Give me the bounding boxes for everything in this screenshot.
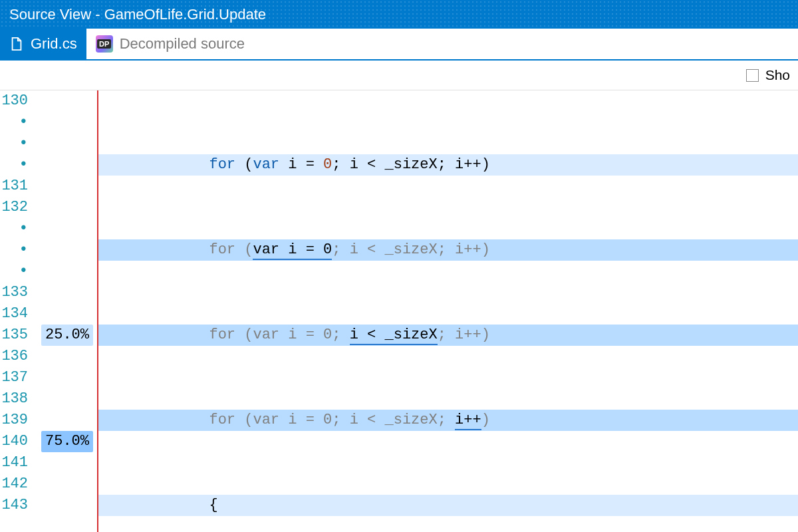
line-number: 132 [0, 197, 28, 218]
line-number: 137 [0, 367, 28, 388]
show-checkbox[interactable] [746, 69, 759, 82]
tab-label: Grid.cs [31, 35, 77, 53]
tab-grid-cs[interactable]: Grid.cs [0, 29, 86, 59]
code-row: for (var i = 0; i < _sizeX; i++) [98, 410, 798, 431]
titlebar: Source View - GameOfLife.Grid.Update [0, 0, 798, 29]
line-number-gutter: 130 • • • 131 132 • • • 133 134 135 136 … [0, 90, 31, 532]
line-number: • [0, 112, 28, 133]
code-lines[interactable]: for (var i = 0; i < _sizeX; i++) for (va… [97, 90, 798, 532]
line-number: • [0, 218, 28, 239]
window-title: Source View - GameOfLife.Grid.Update [9, 6, 266, 23]
line-number: 133 [0, 282, 28, 303]
show-label: Sho [765, 67, 790, 83]
line-number: 142 [0, 473, 28, 495]
tabstrip: Grid.cs DP Decompiled source [0, 29, 798, 61]
line-number: • [0, 154, 28, 176]
code-row: for (var i = 0; i < _sizeX; i++) [98, 325, 798, 346]
tab-label: Decompiled source [120, 35, 245, 53]
tab-decompiled[interactable]: DP Decompiled source [86, 29, 254, 59]
code-row: for (var i = 0; i < _sizeX; i++) [98, 239, 798, 261]
coverage-pct: 75.0% [41, 431, 93, 452]
line-number: 134 [0, 303, 28, 325]
coverage-column: 25.0% 75.0% [31, 90, 97, 532]
file-icon [9, 37, 24, 51]
code-area: 130 • • • 131 132 • • • 133 134 135 136 … [0, 90, 798, 532]
line-number: 139 [0, 410, 28, 431]
line-number: • [0, 239, 28, 261]
code-row: for (var i = 0; i < _sizeX; i++) [98, 154, 798, 176]
line-number: 136 [0, 346, 28, 367]
line-number: 131 [0, 176, 28, 197]
line-number: 130 [0, 90, 28, 112]
line-number: • [0, 133, 28, 154]
line-number: • [0, 261, 28, 282]
code-row: { [98, 495, 798, 516]
line-number: 143 [0, 495, 28, 516]
dottrace-icon: DP [96, 35, 113, 53]
coverage-pct: 25.0% [41, 325, 93, 346]
line-number: 135 [0, 325, 28, 346]
options-bar: Sho [0, 61, 798, 90]
line-number: 138 [0, 388, 28, 410]
line-number: 141 [0, 452, 28, 473]
line-number: 140 [0, 431, 28, 452]
